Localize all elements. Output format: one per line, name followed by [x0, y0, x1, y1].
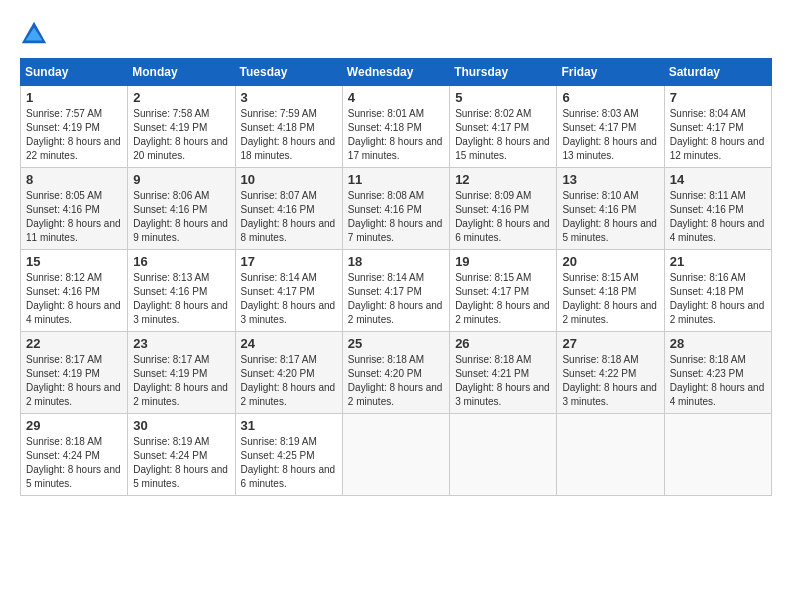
day-cell: 11Sunrise: 8:08 AMSunset: 4:16 PMDayligh… [342, 168, 449, 250]
day-info: Sunrise: 8:18 AMSunset: 4:22 PMDaylight:… [562, 353, 658, 409]
day-cell: 23Sunrise: 8:17 AMSunset: 4:19 PMDayligh… [128, 332, 235, 414]
day-cell: 16Sunrise: 8:13 AMSunset: 4:16 PMDayligh… [128, 250, 235, 332]
day-cell: 18Sunrise: 8:14 AMSunset: 4:17 PMDayligh… [342, 250, 449, 332]
day-number: 2 [133, 90, 229, 105]
day-info: Sunrise: 8:18 AMSunset: 4:21 PMDaylight:… [455, 353, 551, 409]
day-number: 27 [562, 336, 658, 351]
weekday-header-row: SundayMondayTuesdayWednesdayThursdayFrid… [21, 59, 772, 86]
day-info: Sunrise: 8:08 AMSunset: 4:16 PMDaylight:… [348, 189, 444, 245]
calendar-table: SundayMondayTuesdayWednesdayThursdayFrid… [20, 58, 772, 496]
day-info: Sunrise: 8:06 AMSunset: 4:16 PMDaylight:… [133, 189, 229, 245]
day-cell: 7Sunrise: 8:04 AMSunset: 4:17 PMDaylight… [664, 86, 771, 168]
weekday-header-friday: Friday [557, 59, 664, 86]
day-number: 29 [26, 418, 122, 433]
day-cell: 24Sunrise: 8:17 AMSunset: 4:20 PMDayligh… [235, 332, 342, 414]
day-info: Sunrise: 8:04 AMSunset: 4:17 PMDaylight:… [670, 107, 766, 163]
header [20, 20, 772, 48]
day-info: Sunrise: 8:12 AMSunset: 4:16 PMDaylight:… [26, 271, 122, 327]
day-info: Sunrise: 8:17 AMSunset: 4:19 PMDaylight:… [133, 353, 229, 409]
day-number: 13 [562, 172, 658, 187]
day-info: Sunrise: 8:15 AMSunset: 4:17 PMDaylight:… [455, 271, 551, 327]
day-info: Sunrise: 8:14 AMSunset: 4:17 PMDaylight:… [348, 271, 444, 327]
day-info: Sunrise: 8:11 AMSunset: 4:16 PMDaylight:… [670, 189, 766, 245]
day-number: 30 [133, 418, 229, 433]
day-info: Sunrise: 8:19 AMSunset: 4:24 PMDaylight:… [133, 435, 229, 491]
day-cell: 14Sunrise: 8:11 AMSunset: 4:16 PMDayligh… [664, 168, 771, 250]
day-cell: 29Sunrise: 8:18 AMSunset: 4:24 PMDayligh… [21, 414, 128, 496]
day-cell: 25Sunrise: 8:18 AMSunset: 4:20 PMDayligh… [342, 332, 449, 414]
day-info: Sunrise: 7:59 AMSunset: 4:18 PMDaylight:… [241, 107, 337, 163]
day-cell: 8Sunrise: 8:05 AMSunset: 4:16 PMDaylight… [21, 168, 128, 250]
day-cell [664, 414, 771, 496]
day-cell: 20Sunrise: 8:15 AMSunset: 4:18 PMDayligh… [557, 250, 664, 332]
day-info: Sunrise: 8:05 AMSunset: 4:16 PMDaylight:… [26, 189, 122, 245]
day-cell [342, 414, 449, 496]
day-number: 10 [241, 172, 337, 187]
day-cell: 27Sunrise: 8:18 AMSunset: 4:22 PMDayligh… [557, 332, 664, 414]
week-row-3: 15Sunrise: 8:12 AMSunset: 4:16 PMDayligh… [21, 250, 772, 332]
weekday-header-thursday: Thursday [450, 59, 557, 86]
day-cell: 15Sunrise: 8:12 AMSunset: 4:16 PMDayligh… [21, 250, 128, 332]
logo [20, 20, 52, 48]
day-info: Sunrise: 8:18 AMSunset: 4:20 PMDaylight:… [348, 353, 444, 409]
day-cell: 22Sunrise: 8:17 AMSunset: 4:19 PMDayligh… [21, 332, 128, 414]
day-cell: 2Sunrise: 7:58 AMSunset: 4:19 PMDaylight… [128, 86, 235, 168]
day-info: Sunrise: 8:17 AMSunset: 4:20 PMDaylight:… [241, 353, 337, 409]
weekday-header-saturday: Saturday [664, 59, 771, 86]
day-cell: 17Sunrise: 8:14 AMSunset: 4:17 PMDayligh… [235, 250, 342, 332]
weekday-header-monday: Monday [128, 59, 235, 86]
day-cell: 19Sunrise: 8:15 AMSunset: 4:17 PMDayligh… [450, 250, 557, 332]
day-info: Sunrise: 8:16 AMSunset: 4:18 PMDaylight:… [670, 271, 766, 327]
day-number: 15 [26, 254, 122, 269]
day-number: 16 [133, 254, 229, 269]
day-cell: 26Sunrise: 8:18 AMSunset: 4:21 PMDayligh… [450, 332, 557, 414]
day-info: Sunrise: 8:14 AMSunset: 4:17 PMDaylight:… [241, 271, 337, 327]
day-cell: 5Sunrise: 8:02 AMSunset: 4:17 PMDaylight… [450, 86, 557, 168]
day-number: 6 [562, 90, 658, 105]
day-number: 25 [348, 336, 444, 351]
logo-icon [20, 20, 48, 48]
day-info: Sunrise: 8:18 AMSunset: 4:24 PMDaylight:… [26, 435, 122, 491]
day-number: 31 [241, 418, 337, 433]
day-number: 22 [26, 336, 122, 351]
day-number: 26 [455, 336, 551, 351]
day-info: Sunrise: 8:10 AMSunset: 4:16 PMDaylight:… [562, 189, 658, 245]
day-number: 9 [133, 172, 229, 187]
day-number: 23 [133, 336, 229, 351]
day-number: 24 [241, 336, 337, 351]
day-number: 3 [241, 90, 337, 105]
page-container: SundayMondayTuesdayWednesdayThursdayFrid… [20, 20, 772, 496]
day-info: Sunrise: 8:09 AMSunset: 4:16 PMDaylight:… [455, 189, 551, 245]
day-info: Sunrise: 8:18 AMSunset: 4:23 PMDaylight:… [670, 353, 766, 409]
day-number: 18 [348, 254, 444, 269]
day-info: Sunrise: 8:01 AMSunset: 4:18 PMDaylight:… [348, 107, 444, 163]
day-number: 28 [670, 336, 766, 351]
day-info: Sunrise: 8:19 AMSunset: 4:25 PMDaylight:… [241, 435, 337, 491]
day-cell: 28Sunrise: 8:18 AMSunset: 4:23 PMDayligh… [664, 332, 771, 414]
day-number: 21 [670, 254, 766, 269]
week-row-4: 22Sunrise: 8:17 AMSunset: 4:19 PMDayligh… [21, 332, 772, 414]
week-row-2: 8Sunrise: 8:05 AMSunset: 4:16 PMDaylight… [21, 168, 772, 250]
day-cell: 12Sunrise: 8:09 AMSunset: 4:16 PMDayligh… [450, 168, 557, 250]
day-cell: 3Sunrise: 7:59 AMSunset: 4:18 PMDaylight… [235, 86, 342, 168]
day-cell: 9Sunrise: 8:06 AMSunset: 4:16 PMDaylight… [128, 168, 235, 250]
weekday-header-sunday: Sunday [21, 59, 128, 86]
day-number: 4 [348, 90, 444, 105]
day-cell: 6Sunrise: 8:03 AMSunset: 4:17 PMDaylight… [557, 86, 664, 168]
day-info: Sunrise: 8:15 AMSunset: 4:18 PMDaylight:… [562, 271, 658, 327]
day-cell: 13Sunrise: 8:10 AMSunset: 4:16 PMDayligh… [557, 168, 664, 250]
day-info: Sunrise: 8:17 AMSunset: 4:19 PMDaylight:… [26, 353, 122, 409]
day-info: Sunrise: 7:58 AMSunset: 4:19 PMDaylight:… [133, 107, 229, 163]
day-cell: 1Sunrise: 7:57 AMSunset: 4:19 PMDaylight… [21, 86, 128, 168]
day-number: 5 [455, 90, 551, 105]
day-info: Sunrise: 8:13 AMSunset: 4:16 PMDaylight:… [133, 271, 229, 327]
day-cell: 10Sunrise: 8:07 AMSunset: 4:16 PMDayligh… [235, 168, 342, 250]
day-number: 14 [670, 172, 766, 187]
day-number: 1 [26, 90, 122, 105]
day-cell [450, 414, 557, 496]
week-row-1: 1Sunrise: 7:57 AMSunset: 4:19 PMDaylight… [21, 86, 772, 168]
day-number: 12 [455, 172, 551, 187]
day-cell: 30Sunrise: 8:19 AMSunset: 4:24 PMDayligh… [128, 414, 235, 496]
weekday-header-tuesday: Tuesday [235, 59, 342, 86]
day-number: 11 [348, 172, 444, 187]
